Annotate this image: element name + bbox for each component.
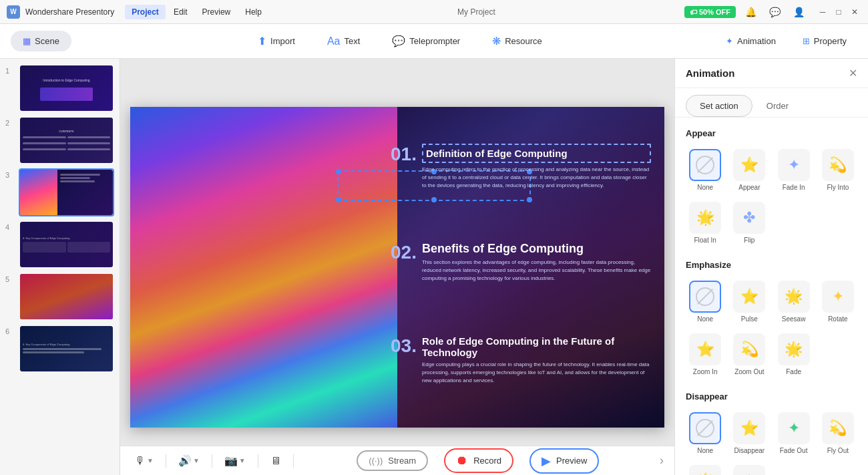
stream-button[interactable]: ((·)) Stream (357, 450, 428, 471)
window-title: My Project (274, 7, 679, 17)
slide-item-5[interactable]: 5 (5, 273, 114, 321)
minimize-button[interactable]: ─ (816, 5, 829, 19)
main-layout: 1 Introduction to Edge Computing 2 CONTE… (0, 59, 868, 475)
dis-none-item[interactable]: None (686, 410, 724, 457)
appear-none-item[interactable]: None (686, 146, 724, 194)
emph-fade-icon: 🌟 (785, 341, 803, 358)
slide-thumb-6[interactable]: 4. Key Components of Edge Computing (19, 325, 114, 373)
thumb-text-1: Introduction to Edge Computing (40, 75, 92, 85)
appear-appear-item[interactable]: ⭐ Appear (730, 146, 769, 194)
user-icon[interactable]: 👤 (789, 3, 808, 21)
appear-fadein-icon-box[interactable]: ✦ (778, 149, 810, 181)
appear-fadein-item[interactable]: ✦ Fade In (775, 146, 813, 194)
emph-pulse-icon: ⭐ (740, 288, 758, 305)
dis-fadeout-item[interactable]: ✦ Fade Out (775, 410, 813, 457)
emph-none-item[interactable]: None (686, 278, 724, 325)
emph-pulse-item[interactable]: ⭐ Pulse (730, 278, 769, 325)
resource-label: Resource (505, 36, 542, 46)
dis-disappear-icon-box[interactable]: ⭐ (733, 412, 765, 444)
emph-pulse-icon-box[interactable]: ⭐ (733, 281, 765, 313)
slide-thumb-3[interactable] (19, 168, 114, 216)
appear-flip-item[interactable]: ✤ Flip (730, 199, 769, 247)
appear-flip-icon-box[interactable]: ✤ (733, 202, 765, 234)
appear-flyinto-icon-box[interactable]: 💫 (822, 149, 854, 181)
menu-edit[interactable]: Edit (167, 5, 194, 19)
maximize-button[interactable]: □ (832, 5, 845, 19)
dis-flip-icon-box[interactable]: ✤ (733, 465, 765, 475)
record-button[interactable]: ⏺ Record (444, 448, 513, 473)
notification-icon[interactable]: 🔔 (741, 3, 760, 21)
emph-seesaw-icon-box[interactable]: 🌟 (778, 281, 810, 313)
slide-thumb-1[interactable]: Introduction to Edge Computing (19, 64, 114, 112)
appear-floatin-icon-box[interactable]: 🌟 (689, 202, 721, 234)
dis-flyout-icon-box[interactable]: 💫 (822, 412, 854, 444)
emph-none-icon-box[interactable] (689, 281, 721, 313)
emph-rotate-item[interactable]: ✦ Rotate (819, 278, 857, 325)
menu-project[interactable]: Project (125, 5, 166, 19)
title-bar-right: 🏷 50% OFF 🔔 💬 👤 ─ □ ✕ (684, 3, 861, 21)
appear-floatin-item[interactable]: 🌟 Float In (686, 199, 724, 247)
section-title-2[interactable]: Benefits of Edge Computing (422, 242, 651, 256)
message-icon[interactable]: 💬 (765, 3, 784, 21)
appear-flip-label: Flip (744, 236, 754, 244)
slide-item-6[interactable]: 6 4. Key Components of Edge Computing (5, 325, 114, 373)
dis-fadeout-icon: ✦ (788, 420, 800, 437)
slide-item-1[interactable]: 1 Introduction to Edge Computing (5, 64, 114, 112)
appear-none-icon-box[interactable] (689, 149, 721, 181)
slide-thumb-4[interactable]: 4. Key Components of Edge Computing (19, 220, 114, 269)
slide-panel: 1 Introduction to Edge Computing 2 CONTE… (0, 59, 120, 475)
dis-flip-item[interactable]: ✤ Flip (730, 462, 769, 475)
discount-badge[interactable]: 🏷 50% OFF (684, 6, 736, 18)
menu-preview[interactable]: Preview (196, 5, 238, 19)
emph-fade-icon-box[interactable]: 🌟 (778, 333, 810, 365)
canvas-container[interactable]: 01. Definition of Edge Computing Edge co… (130, 107, 664, 428)
screen-tool[interactable]: 🖥 (266, 452, 285, 470)
text-button[interactable]: Aa Text (311, 29, 376, 53)
dis-floatout-icon-box[interactable]: 🌟 (689, 465, 721, 475)
dis-fadeout-icon-box[interactable]: ✦ (778, 412, 810, 444)
section-title-3[interactable]: Role of Edge Computing in the Future of … (422, 335, 651, 358)
appear-floatin-icon: 🌟 (696, 209, 714, 226)
import-button[interactable]: ⬆ Import (242, 29, 311, 53)
emph-zoomout-icon-box[interactable]: 💫 (733, 333, 765, 365)
emph-zoomout-item[interactable]: 💫 Zoom Out (730, 331, 769, 378)
scene-button[interactable]: ▦ Scene (11, 31, 71, 51)
emph-seesaw-item[interactable]: 🌟 Seesaw (775, 278, 813, 325)
appear-appear-icon-box[interactable]: ⭐ (733, 149, 765, 181)
dis-flyout-item[interactable]: 💫 Fly Out (819, 410, 857, 457)
emph-rotate-icon-box[interactable]: ✦ (822, 281, 854, 313)
microphone-tool[interactable]: 🎙 ▼ (131, 452, 158, 470)
tab-set-action[interactable]: Set action (686, 95, 752, 117)
section-num-2: 02. (391, 242, 417, 263)
slide-thumb-2[interactable]: CONTENTS (19, 116, 114, 164)
teleprompter-button[interactable]: 💬 Teleprompter (376, 29, 476, 53)
animation-button[interactable]: ✦ Animation (715, 31, 787, 51)
camera-tool[interactable]: 📷 ▼ (220, 452, 250, 470)
dis-disappear-item[interactable]: ⭐ Disappear (730, 410, 769, 457)
slide-thumb-5[interactable] (19, 273, 114, 321)
dis-none-label: None (697, 447, 713, 454)
section-title-1[interactable]: Definition of Edge Computing (422, 144, 651, 163)
panel-close-button[interactable]: ✕ (849, 67, 857, 80)
tab-order[interactable]: Order (752, 95, 803, 117)
dis-flyout-icon: 💫 (829, 420, 847, 437)
slide-item-2[interactable]: 2 CONTENTS (5, 116, 114, 164)
close-button[interactable]: ✕ (848, 5, 861, 19)
dis-floatout-item[interactable]: 🌟 Float Out (686, 462, 724, 475)
emph-zoomin-item[interactable]: ⭐ Zoom In (686, 331, 724, 378)
dis-none-icon-box[interactable] (689, 412, 721, 444)
preview-button[interactable]: ▶ Preview (529, 448, 599, 474)
property-button[interactable]: ⊞ Property (792, 31, 857, 51)
emph-fade-item[interactable]: 🌟 Fade (775, 331, 813, 378)
import-icon: ⬆ (258, 35, 266, 47)
menu-help[interactable]: Help (238, 5, 268, 19)
slide-item-3[interactable]: 3 (5, 168, 114, 216)
slide-item-4[interactable]: 4 4. Key Components of Edge Computing (5, 220, 114, 269)
separator-3 (258, 454, 258, 468)
next-arrow-icon[interactable]: › (660, 454, 664, 468)
volume-tool[interactable]: 🔊 ▼ (174, 452, 204, 470)
emph-zoomin-icon-box[interactable]: ⭐ (689, 333, 721, 365)
resource-icon: ❋ (492, 35, 501, 47)
resource-button[interactable]: ❋ Resource (476, 29, 558, 53)
appear-flyinto-item[interactable]: 💫 Fly Into (819, 146, 857, 194)
